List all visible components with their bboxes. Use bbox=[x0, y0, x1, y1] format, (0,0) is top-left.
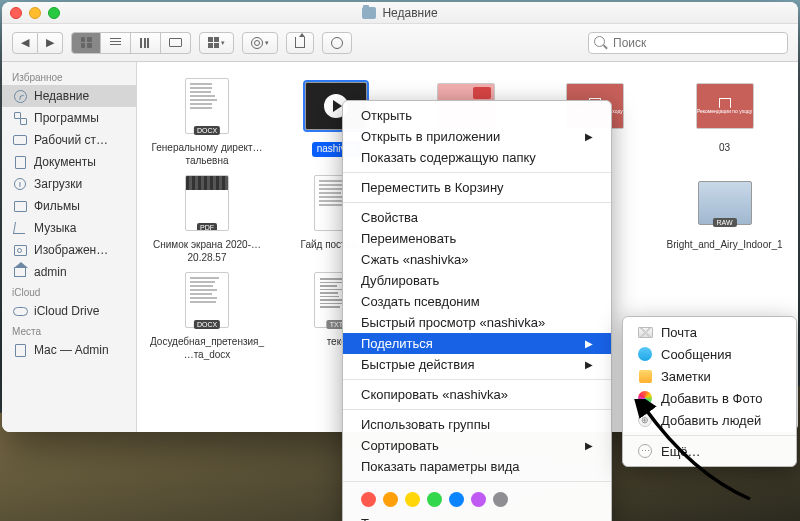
photos-icon bbox=[637, 390, 653, 406]
tags-button[interactable] bbox=[322, 32, 352, 54]
sidebar-item-admin[interactable]: admin bbox=[2, 261, 136, 283]
sidebar-item-загрузки[interactable]: Загрузки bbox=[2, 173, 136, 195]
share-item-messages[interactable]: Сообщения bbox=[623, 343, 796, 365]
sidebar-item-label: Программы bbox=[34, 111, 99, 125]
list-view-button[interactable] bbox=[101, 32, 131, 54]
menu-item[interactable]: Дублировать bbox=[343, 270, 611, 291]
menu-item[interactable]: Показать содержащую папку bbox=[343, 147, 611, 168]
share-item-label: Добавить людей bbox=[661, 413, 761, 428]
docs-icon bbox=[12, 154, 28, 170]
tag-color[interactable] bbox=[361, 492, 376, 507]
share-button[interactable] bbox=[286, 32, 314, 54]
menu-item[interactable]: Сортировать▶ bbox=[343, 435, 611, 456]
menu-item[interactable]: Использовать группы bbox=[343, 414, 611, 435]
menu-item[interactable]: Переименовать bbox=[343, 228, 611, 249]
gallery-view-button[interactable] bbox=[161, 32, 191, 54]
close-button[interactable] bbox=[10, 7, 22, 19]
share-item-photos[interactable]: Добавить в Фото bbox=[623, 387, 796, 409]
menu-item[interactable]: Переместить в Корзину bbox=[343, 177, 611, 198]
sidebar-item-изображен…[interactable]: Изображен… bbox=[2, 239, 136, 261]
menu-item-label: Показать параметры вида bbox=[361, 459, 519, 474]
share-item-people[interactable]: ⊕Добавить людей bbox=[623, 409, 796, 431]
tag-color[interactable] bbox=[427, 492, 442, 507]
menu-item[interactable]: Показать параметры вида bbox=[343, 456, 611, 477]
menu-item[interactable]: Быстрый просмотр «nashivka» bbox=[343, 312, 611, 333]
action-button[interactable]: ▾ bbox=[242, 32, 278, 54]
file-item[interactable]: Рекомендации по уходу03 bbox=[663, 74, 787, 167]
toolbar: ◀ ▶ ▾ ▾ bbox=[2, 24, 798, 62]
menu-item[interactable]: Свойства bbox=[343, 207, 611, 228]
tag-color[interactable] bbox=[449, 492, 464, 507]
view-switcher bbox=[71, 32, 191, 54]
share-item-label: Почта bbox=[661, 325, 697, 340]
sidebar-item-фильмы[interactable]: Фильмы bbox=[2, 195, 136, 217]
menu-item-label: Открыть в приложении bbox=[361, 129, 500, 144]
sidebar-item-icloud drive[interactable]: iCloud Drive bbox=[2, 300, 136, 322]
search-field[interactable] bbox=[588, 32, 788, 54]
share-item-mail[interactable]: Почта bbox=[623, 321, 796, 343]
minimize-button[interactable] bbox=[29, 7, 41, 19]
menu-item-label: Сжать «nashivka» bbox=[361, 252, 468, 267]
window-title: Недавние bbox=[382, 6, 437, 20]
sidebar-item-label: admin bbox=[34, 265, 67, 279]
file-thumbnail: RAW bbox=[693, 171, 757, 235]
sidebar-item-label: Музыка bbox=[34, 221, 76, 235]
sidebar-heading: Избранное bbox=[2, 68, 136, 85]
share-item-label: Сообщения bbox=[661, 347, 732, 362]
menu-item[interactable]: Создать псевдоним bbox=[343, 291, 611, 312]
menu-item-tags[interactable]: Теги… bbox=[343, 513, 611, 521]
home-icon bbox=[12, 264, 28, 280]
titlebar: Недавние bbox=[2, 2, 798, 24]
file-item[interactable]: PDFСнимок экрана 2020-…20.28.57 bbox=[145, 171, 269, 264]
sidebar-item-недавние[interactable]: Недавние bbox=[2, 85, 136, 107]
file-thumbnail: Рекомендации по уходу bbox=[693, 74, 757, 138]
menu-item[interactable]: Сжать «nashivka» bbox=[343, 249, 611, 270]
nav-buttons: ◀ ▶ bbox=[12, 32, 63, 54]
context-menu: ОткрытьОткрыть в приложении▶Показать сод… bbox=[342, 100, 612, 521]
sidebar-item-программы[interactable]: Программы bbox=[2, 107, 136, 129]
share-item-more[interactable]: ⋯Ещё… bbox=[623, 440, 796, 462]
menu-item-label: Создать псевдоним bbox=[361, 294, 480, 309]
tag-color[interactable] bbox=[383, 492, 398, 507]
file-item[interactable]: DOCXДосудебная_претензия_…та_docx bbox=[145, 268, 269, 361]
menu-item-label: Показать содержащую папку bbox=[361, 150, 536, 165]
film-icon bbox=[12, 198, 28, 214]
sidebar-item-документы[interactable]: Документы bbox=[2, 151, 136, 173]
menu-item[interactable]: Скопировать «nashivka» bbox=[343, 384, 611, 405]
sidebar-item-рабочий ст…[interactable]: Рабочий ст… bbox=[2, 129, 136, 151]
sidebar-item-label: Изображен… bbox=[34, 243, 108, 257]
share-item-label: Заметки bbox=[661, 369, 711, 384]
menu-item-label: Переименовать bbox=[361, 231, 456, 246]
menu-item[interactable]: Открыть bbox=[343, 105, 611, 126]
cloud-icon bbox=[12, 303, 28, 319]
sidebar-item-музыка[interactable]: Музыка bbox=[2, 217, 136, 239]
menu-item[interactable]: Открыть в приложении▶ bbox=[343, 126, 611, 147]
column-view-button[interactable] bbox=[131, 32, 161, 54]
file-item[interactable]: RAWBright_and_Airy_Indoor_1 bbox=[663, 171, 787, 264]
menu-item[interactable]: Быстрые действия▶ bbox=[343, 354, 611, 375]
file-name: Досудебная_претензия_…та_docx bbox=[148, 336, 266, 361]
file-item[interactable]: DOCXГенеральному директ…тальевна bbox=[145, 74, 269, 167]
notes-icon bbox=[637, 368, 653, 384]
arrange-button[interactable]: ▾ bbox=[199, 32, 234, 54]
sidebar-heading: iCloud bbox=[2, 283, 136, 300]
icon-view-button[interactable] bbox=[71, 32, 101, 54]
messages-icon bbox=[637, 346, 653, 362]
file-name: 03 bbox=[719, 142, 730, 155]
folder-icon bbox=[362, 7, 376, 19]
zoom-button[interactable] bbox=[48, 7, 60, 19]
search-input[interactable] bbox=[588, 32, 788, 54]
share-item-notes[interactable]: Заметки bbox=[623, 365, 796, 387]
file-thumbnail: DOCX bbox=[175, 74, 239, 138]
tag-color[interactable] bbox=[493, 492, 508, 507]
sidebar-item-mac — admin[interactable]: Mac — Admin bbox=[2, 339, 136, 361]
mail-icon bbox=[637, 324, 653, 340]
forward-button[interactable]: ▶ bbox=[38, 32, 63, 54]
tag-color[interactable] bbox=[471, 492, 486, 507]
people-icon: ⊕ bbox=[637, 412, 653, 428]
back-button[interactable]: ◀ bbox=[12, 32, 38, 54]
menu-item[interactable]: Поделиться▶ bbox=[343, 333, 611, 354]
disk-icon bbox=[12, 342, 28, 358]
tag-color[interactable] bbox=[405, 492, 420, 507]
submenu-arrow-icon: ▶ bbox=[585, 440, 593, 451]
